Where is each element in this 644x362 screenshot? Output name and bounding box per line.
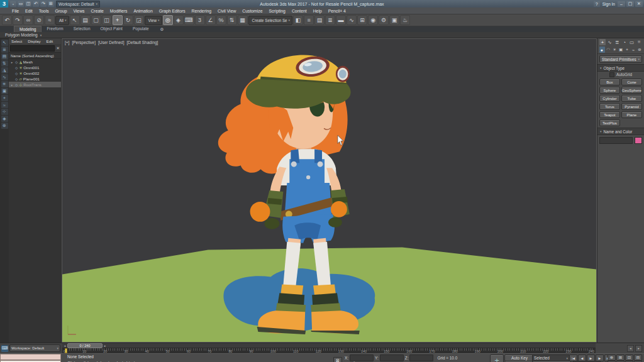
workspace-dropdown[interactable]: Workspace: Default ▾ <box>56 1 100 8</box>
primitive-button[interactable]: TextPlus <box>599 119 620 126</box>
object-color-swatch[interactable] <box>635 137 642 144</box>
app-logo-icon[interactable]: 3 <box>0 0 8 8</box>
shapes-category-icon[interactable]: ◠ <box>606 47 611 53</box>
primitive-button[interactable]: Pyramid <box>621 103 642 110</box>
set-keys-button[interactable]: + <box>490 354 504 362</box>
render-production-icon[interactable]: ♨ <box>400 15 410 25</box>
explorer-select-icon[interactable]: ↖ <box>1 40 8 46</box>
menu-item[interactable]: File <box>9 9 22 13</box>
primitive-button[interactable]: Torus <box>599 103 620 110</box>
visibility-icon[interactable]: ◇ <box>15 72 18 75</box>
help-icon[interactable]: ? <box>594 1 600 7</box>
mirror-icon[interactable]: ◧ <box>293 15 303 25</box>
viewport-canvas[interactable] <box>62 39 596 342</box>
menu-item[interactable]: Tools <box>36 9 52 13</box>
modify-tab-icon[interactable]: ∿ <box>606 39 613 45</box>
explorer-hierarchy-icon[interactable]: ≣ <box>1 47 8 53</box>
helpers-category-icon[interactable]: ⌖ <box>625 47 630 53</box>
filter-lights-icon[interactable]: ✳ <box>1 81 8 87</box>
autogrid-checkbox[interactable] <box>609 72 614 77</box>
save-file-icon[interactable]: ◫ <box>25 1 31 7</box>
ribbon-tab[interactable]: Freeform <box>42 26 68 31</box>
lights-category-icon[interactable]: ☀ <box>612 47 618 53</box>
menu-item[interactable]: Help <box>310 9 325 13</box>
viewport-menu-plus[interactable]: [+] <box>65 40 69 45</box>
menu-item[interactable]: Create <box>87 9 106 13</box>
named-selection-sets-dropdown[interactable]: Create Selection Se▾ <box>248 16 293 25</box>
explorer-menu-item[interactable]: Edit <box>44 39 56 43</box>
menu-item[interactable]: Content <box>289 9 310 13</box>
explorer-settings-icon[interactable]: ⊛ <box>1 123 8 129</box>
filter-frozen-icon[interactable]: ◈ <box>1 116 8 122</box>
zoom-icon[interactable]: ⊕ <box>608 354 616 361</box>
select-and-rotate-icon[interactable]: ↻ <box>123 15 133 25</box>
visibility-icon[interactable]: ◇ <box>15 83 18 87</box>
primitive-button[interactable]: Box <box>599 79 620 85</box>
filter-cameras-icon[interactable]: ▣ <box>1 88 8 94</box>
rendered-frame-window-icon[interactable]: ▣ <box>389 15 399 25</box>
edit-named-selection-sets-icon[interactable]: ▦ <box>238 15 248 25</box>
object-type-rollout[interactable]: ▾ Object Type <box>597 64 644 72</box>
utilities-tab-icon[interactable]: ⌗ <box>636 39 642 45</box>
primitive-button[interactable]: Plane <box>621 111 642 118</box>
keyboard-shortcut-override-icon[interactable]: ⌨ <box>184 15 194 25</box>
explorer-menu-item[interactable]: Display <box>25 39 43 43</box>
selection-filter-dropdown[interactable]: All▾ <box>55 16 69 25</box>
primitive-button[interactable]: Cylinder <box>599 95 620 102</box>
track-bar[interactable]: 0102030405060708090100110120130140150160… <box>62 348 596 353</box>
primitive-button[interactable]: Cone <box>621 79 642 85</box>
signin-label[interactable]: Sign In <box>602 2 615 6</box>
coord-z-field[interactable] <box>409 354 433 361</box>
snaps-toggle-icon[interactable]: 3 <box>195 15 205 25</box>
explorer-row[interactable]: ◇ ✳ Omni002 <box>9 70 61 76</box>
polygon-modeling-panel[interactable]: Polygon Modeling <box>3 33 40 37</box>
schematic-view-icon[interactable]: ⊞ <box>357 15 367 25</box>
filter-geometry-icon[interactable]: ◮ <box>1 67 8 74</box>
primitive-button[interactable]: Tube <box>621 95 642 102</box>
material-editor-icon[interactable]: ◉ <box>368 15 378 25</box>
primitive-type-dropdown[interactable]: Standard Primitives▾ <box>599 55 642 63</box>
explorer-row[interactable]: ▸ ◇ ⊹ RootTrans <box>9 82 61 87</box>
menu-item[interactable]: Civil View <box>214 9 239 13</box>
explorer-layer-icon[interactable]: ▤ <box>1 53 8 60</box>
viewport-pov-label[interactable]: [Perspective] <box>72 40 96 45</box>
open-mini-curve-editor-icon[interactable]: ◂ <box>627 345 634 352</box>
visibility-icon[interactable]: ◇ <box>15 77 18 81</box>
spacewarps-category-icon[interactable]: ≈ <box>631 47 636 53</box>
ribbon-tab[interactable]: Modeling <box>14 26 42 32</box>
toggle-ribbon-icon[interactable]: ▬ <box>336 15 346 25</box>
redo-icon[interactable]: ↷ <box>40 1 47 7</box>
visibility-icon[interactable]: ◇ <box>15 66 18 70</box>
time-slider[interactable]: ◂ 0 / 240 ▸ <box>62 343 596 348</box>
toggle-layer-explorer-icon[interactable]: ≣ <box>325 15 335 25</box>
reference-coordinate-dropdown[interactable]: View▾ <box>145 16 162 25</box>
use-pivot-point-icon[interactable]: ◎ <box>163 15 173 25</box>
primitive-button[interactable]: Sphere <box>599 87 620 94</box>
systems-category-icon[interactable]: ⊛ <box>637 47 643 53</box>
select-and-manipulate-icon[interactable]: ◈ <box>174 15 184 25</box>
primitive-button[interactable]: GeoSphere <box>621 87 642 94</box>
toggle-scene-explorer-icon[interactable]: ▤ <box>314 15 325 25</box>
create-tab-icon[interactable]: + <box>599 39 606 45</box>
hierarchy-tab-icon[interactable]: ≣ <box>614 39 620 45</box>
undo-icon[interactable]: ↶ <box>33 1 39 7</box>
menu-item[interactable]: Customize <box>239 9 265 13</box>
ribbon-tab[interactable]: Populate <box>128 26 154 31</box>
select-object-icon[interactable]: ↖ <box>70 15 80 25</box>
new-scene-icon[interactable]: ▫ <box>10 1 16 7</box>
visibility-icon[interactable]: ◇ <box>15 60 18 64</box>
unlink-selection-icon[interactable]: ⊘ <box>34 15 44 25</box>
cameras-category-icon[interactable]: ▣ <box>618 47 624 53</box>
ribbon-config-gear-icon[interactable]: ⚙ <box>155 26 169 32</box>
filter-spacewarps-icon[interactable]: ≈ <box>1 102 8 108</box>
ribbon-tab[interactable]: Object Paint <box>96 26 128 31</box>
redo-icon[interactable]: ↷ <box>13 15 23 25</box>
menu-item[interactable]: Views <box>70 9 87 13</box>
select-and-link-icon[interactable]: ∞ <box>23 15 33 25</box>
close-icon[interactable]: ✕ <box>56 46 60 51</box>
select-and-scale-icon[interactable]: ◲ <box>134 15 144 25</box>
angle-snap-icon[interactable]: ∠ <box>206 15 216 25</box>
menu-item[interactable]: Scripting <box>265 9 288 13</box>
filter-shapes-icon[interactable]: ∿ <box>1 74 8 80</box>
explorer-row[interactable]: ◇ ✳ Omni001 <box>9 65 61 70</box>
